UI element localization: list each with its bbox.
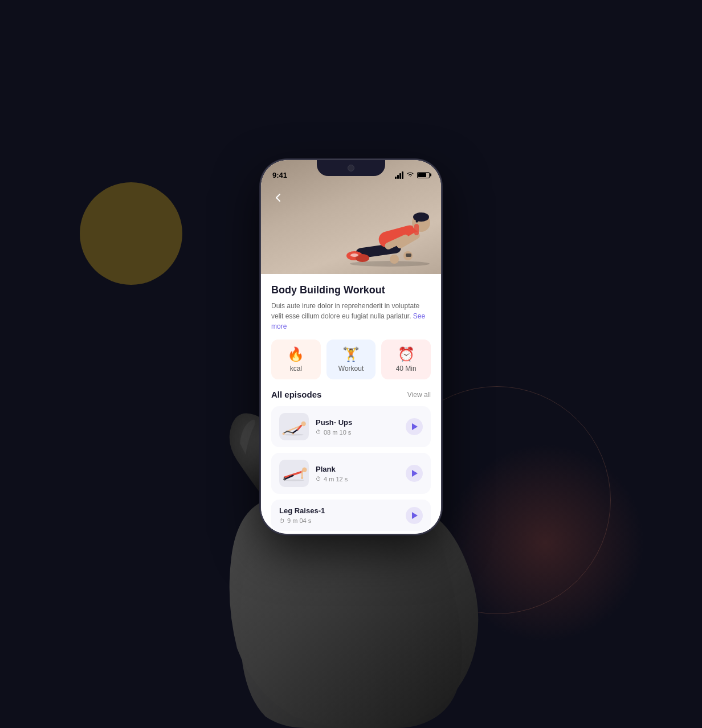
phone-mockup: 9:41 xyxy=(260,159,442,535)
wifi-icon xyxy=(406,171,414,178)
stat-workout: 🏋️ Workout xyxy=(326,340,376,379)
episode-info-plank: Plank ⏱ 4 m 12 s xyxy=(316,465,399,482)
workout-title: Body Building Workout xyxy=(271,284,431,296)
episode-pushups: Push- Ups ⏱ 08 m 10 s xyxy=(271,406,431,447)
episode-name-legraises1: Leg Raises-1 xyxy=(279,506,399,515)
status-time: 9:41 xyxy=(272,171,287,179)
workout-emoji: 🏋️ xyxy=(342,346,360,362)
svg-point-20 xyxy=(283,432,285,435)
hero-person-illustration xyxy=(321,171,435,274)
svg-point-11 xyxy=(413,212,429,222)
clock-icon-plank: ⏱ xyxy=(316,476,321,482)
play-triangle-icon-plank xyxy=(412,470,418,477)
stats-row: 🔥 kcal 🏋️ Workout ⏰ 40 Min xyxy=(271,340,431,379)
svg-point-4 xyxy=(350,253,358,257)
play-button-plank[interactable] xyxy=(406,465,423,482)
episode-name-plank: Plank xyxy=(316,465,399,473)
episode-legraises1: Leg Raises-1 ⏱ 9 m 04 s xyxy=(271,500,431,531)
duration-emoji: ⏰ xyxy=(398,346,415,362)
svg-line-26 xyxy=(284,472,302,477)
svg-point-9 xyxy=(390,255,399,264)
episode-plank: Plank ⏱ 4 m 12 s xyxy=(271,453,431,494)
episodes-header: All episodes View all xyxy=(271,390,431,399)
kcal-label: kcal xyxy=(290,365,302,373)
status-icons xyxy=(395,171,430,179)
episode-duration-pushups: ⏱ 08 m 10 s xyxy=(316,429,399,436)
clock-icon-legraises1: ⏱ xyxy=(279,518,285,524)
duration-label: 40 Min xyxy=(396,365,417,373)
content-area[interactable]: Body Building Workout Duis aute irure do… xyxy=(261,274,441,534)
bg-circle-decoration xyxy=(80,182,182,285)
phone-frame: 9:41 xyxy=(260,159,442,535)
episode-duration-legraises1: ⏱ 9 m 04 s xyxy=(279,517,399,524)
episode-name-pushups: Push- Ups xyxy=(316,418,399,427)
svg-rect-13 xyxy=(414,224,419,235)
kcal-emoji: 🔥 xyxy=(287,346,304,362)
episodes-title: All episodes xyxy=(271,390,321,399)
play-button-legraises1[interactable] xyxy=(406,507,423,524)
notch-camera xyxy=(348,165,354,171)
clock-icon: ⏱ xyxy=(316,429,321,435)
signal-icon xyxy=(395,171,403,179)
episode-info-legraises1: Leg Raises-1 ⏱ 9 m 04 s xyxy=(279,506,399,524)
play-triangle-icon xyxy=(412,423,418,430)
play-triangle-icon-legraises1 xyxy=(412,512,418,519)
episode-thumb-plank xyxy=(279,460,309,487)
svg-rect-14 xyxy=(406,253,411,257)
stat-kcal: 🔥 kcal xyxy=(271,340,321,379)
episode-thumb-pushups xyxy=(279,413,309,440)
episode-duration-plank: ⏱ 4 m 12 s xyxy=(316,476,399,482)
svg-line-22 xyxy=(293,430,297,433)
svg-point-30 xyxy=(301,477,303,479)
plank-illustration xyxy=(280,465,308,482)
back-button[interactable] xyxy=(270,190,286,206)
phone-screen: Body Building Workout Duis aute irure do… xyxy=(261,160,441,534)
workout-label: Workout xyxy=(338,365,364,373)
pushup-illustration xyxy=(280,416,308,437)
view-all-button[interactable]: View all xyxy=(407,391,431,399)
stat-duration: ⏰ 40 Min xyxy=(381,340,431,379)
phone-notch xyxy=(317,160,385,176)
play-button-pushups[interactable] xyxy=(406,418,423,435)
svg-point-24 xyxy=(284,479,305,481)
workout-description: Duis aute irure dolor in reprehenderit i… xyxy=(271,301,431,332)
battery-icon xyxy=(417,172,430,178)
svg-point-15 xyxy=(284,434,303,436)
episode-info-pushups: Push- Ups ⏱ 08 m 10 s xyxy=(316,418,399,436)
